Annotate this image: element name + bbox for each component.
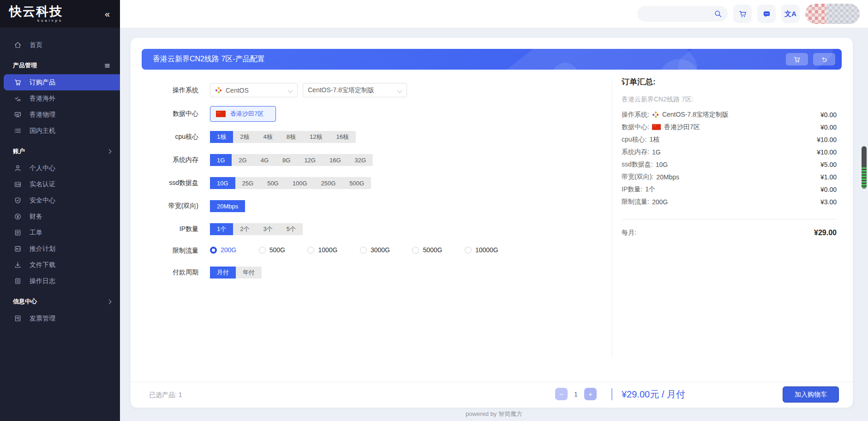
- memory-option[interactable]: 16G: [323, 154, 348, 166]
- quantity-value[interactable]: 1: [574, 391, 578, 398]
- traffic-radio[interactable]: 200G: [210, 246, 236, 254]
- cpu-option[interactable]: 1核: [210, 131, 233, 143]
- memory-option[interactable]: 12G: [297, 154, 323, 166]
- add-to-cart-button[interactable]: 加入购物车: [783, 386, 839, 403]
- sidebar-menu: 首页 产品管理 订购产品 香港海外 香港物理 国内主机 账户 个人中心: [0, 28, 120, 326]
- memory-option[interactable]: 1G: [210, 154, 232, 166]
- sidebar-item-label: 文件下载: [30, 261, 55, 269]
- sidebar-item-finance[interactable]: 财务: [0, 208, 120, 225]
- summary-row-memory: 系统内存: 1G ¥10.00: [622, 146, 837, 158]
- summary-price: ¥0.00: [820, 124, 837, 131]
- ssd-option[interactable]: 10G: [210, 177, 235, 189]
- field-label: 付款周期: [149, 268, 198, 277]
- cpu-option[interactable]: 12核: [303, 131, 329, 143]
- summary-value: 1核: [649, 136, 659, 144]
- sidebar-section-account[interactable]: 账户: [0, 139, 120, 160]
- server-list-icon: [14, 127, 22, 135]
- cpu-option[interactable]: 16核: [329, 131, 355, 143]
- bandwidth-option[interactable]: 20Mbps: [210, 200, 245, 212]
- cn-flag-icon: [652, 124, 661, 130]
- product-config-card: 香港云新界CN2线路 7区-产品配置 操作系统 CentOS CentOS-7.…: [131, 38, 853, 408]
- sidebar-item-referral[interactable]: 推介计划: [0, 241, 120, 257]
- memory-option[interactable]: 2G: [232, 154, 253, 166]
- radio-dot-icon: [360, 247, 367, 254]
- datacenter-option-selected[interactable]: 香港沙田7区: [210, 106, 276, 122]
- traffic-radio[interactable]: 500G: [259, 246, 285, 254]
- topbar-cart-button[interactable]: [733, 5, 752, 23]
- sidebar-item-label: 财务: [30, 213, 42, 221]
- sidebar-item-label: 香港物理: [30, 111, 55, 119]
- radio-dot-icon: [465, 247, 472, 254]
- banner-cart-button[interactable]: [786, 53, 808, 65]
- ssd-option[interactable]: 500G: [342, 177, 371, 189]
- ip-option[interactable]: 1个: [210, 223, 233, 235]
- memory-option[interactable]: 32G: [348, 154, 373, 166]
- ip-option[interactable]: 3个: [256, 223, 279, 235]
- search-bar[interactable]: [637, 6, 728, 22]
- sidebar-item-label: 实名认证: [30, 180, 55, 189]
- quantity-plus-button[interactable]: +: [584, 388, 597, 400]
- order-summary: 订单汇总: 香港云新界CN2线路 7区: 操作系统: CentOS-7.8宝塔定…: [622, 77, 837, 237]
- traffic-radio[interactable]: 3000G: [360, 246, 390, 254]
- ssd-option[interactable]: 100G: [286, 177, 314, 189]
- menu-lines-icon[interactable]: [104, 62, 111, 69]
- ticket-icon: [14, 229, 22, 237]
- user-account[interactable]: [805, 4, 860, 24]
- summary-label: 数据中心:: [622, 123, 649, 131]
- summary-value: 200G: [652, 198, 668, 206]
- referral-icon: [14, 245, 22, 253]
- ip-option[interactable]: 2个: [233, 223, 256, 235]
- sidebar-item-invoices[interactable]: 发票管理: [0, 310, 120, 326]
- topbar-translate-button[interactable]: 文A: [781, 5, 800, 23]
- quantity-minus-button[interactable]: −: [555, 388, 568, 400]
- row-ssd: ssd数据盘 10G 25G 50G 100G 250G 500G: [149, 177, 592, 189]
- sidebar-item-downloads[interactable]: 文件下载: [0, 257, 120, 273]
- ssd-option[interactable]: 250G: [314, 177, 343, 189]
- sidebar-item-logs[interactable]: 操作日志: [0, 273, 120, 289]
- topbar-message-button[interactable]: [757, 5, 776, 23]
- summary-product-name: 香港云新界CN2线路 7区:: [622, 95, 837, 104]
- shield-icon: [14, 196, 22, 204]
- search-icon[interactable]: [714, 10, 722, 18]
- os-family-select[interactable]: CentOS: [210, 83, 298, 97]
- logo-area: 快云科技 kuaivps «: [0, 0, 120, 28]
- sidebar-item-ticket[interactable]: 工单: [0, 225, 120, 241]
- memory-option[interactable]: 4G: [254, 154, 275, 166]
- scrollbar-thumb[interactable]: [862, 146, 867, 189]
- sidebar-item-profile[interactable]: 个人中心: [0, 160, 120, 176]
- ssd-option[interactable]: 50G: [260, 177, 286, 189]
- sidebar: 快云科技 kuaivps « 首页 产品管理 订购产品 香港海外 香港物理 国内…: [0, 0, 120, 421]
- summary-title: 订单汇总:: [622, 77, 837, 87]
- cycle-option[interactable]: 年付: [236, 267, 262, 279]
- sidebar-item-hk-physical[interactable]: 香港物理: [0, 107, 120, 123]
- cycle-option[interactable]: 月付: [210, 267, 236, 279]
- sidebar-collapse-icon[interactable]: «: [105, 9, 110, 19]
- traffic-radio[interactable]: 10000G: [465, 246, 498, 254]
- summary-price: ¥3.00: [820, 198, 837, 206]
- sidebar-item-domestic-host[interactable]: 国内主机: [0, 123, 120, 139]
- sidebar-item-realname[interactable]: 实名认证: [0, 176, 120, 192]
- sidebar-item-hk-overseas[interactable]: 香港海外: [0, 90, 120, 107]
- powered-by-footer: powered by 智简魔方: [120, 410, 868, 418]
- undo-icon: [820, 56, 828, 63]
- cpu-option[interactable]: 8核: [280, 131, 303, 143]
- cpu-option[interactable]: 2核: [233, 131, 256, 143]
- traffic-radio[interactable]: 1000G: [307, 246, 337, 254]
- traffic-radio[interactable]: 5000G: [412, 246, 442, 254]
- ssd-option[interactable]: 25G: [235, 177, 261, 189]
- sidebar-item-home[interactable]: 首页: [0, 37, 120, 53]
- price-divider: [611, 388, 612, 400]
- banner-back-button[interactable]: [813, 53, 835, 65]
- cpu-options: 1核 2核 4核 8核 12核 16核: [210, 131, 356, 143]
- sidebar-item-order-product[interactable]: 订购产品: [4, 74, 120, 90]
- presentation-icon: [14, 111, 22, 119]
- ip-option[interactable]: 5个: [280, 223, 303, 235]
- search-input[interactable]: [645, 11, 710, 18]
- sidebar-section-info-center[interactable]: 信息中心: [0, 289, 120, 310]
- product-banner: 香港云新界CN2线路 7区-产品配置: [142, 49, 842, 70]
- avatar: [805, 4, 826, 24]
- cpu-option[interactable]: 4核: [256, 131, 279, 143]
- os-version-select[interactable]: CentOS-7.8宝塔定制版: [303, 83, 407, 97]
- sidebar-item-security[interactable]: 安全中心: [0, 192, 120, 208]
- memory-option[interactable]: 8G: [275, 154, 297, 166]
